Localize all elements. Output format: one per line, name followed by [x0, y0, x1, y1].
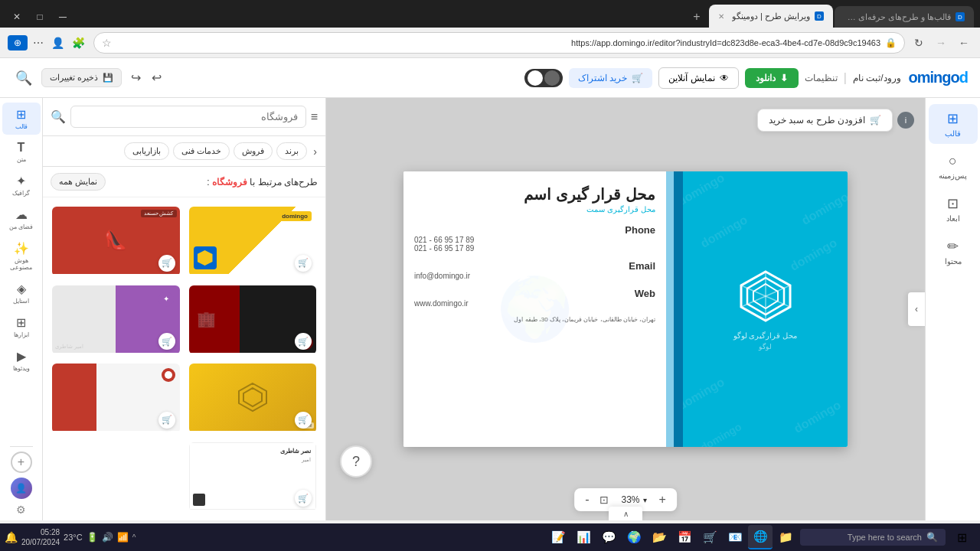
- right-icon-cloud[interactable]: ☁ فضای من: [2, 203, 41, 235]
- tool-content[interactable]: ✏ محتوا: [929, 232, 978, 272]
- template-5-cart[interactable]: 🛒: [295, 412, 312, 429]
- cat-tab-sales[interactable]: فروش: [234, 142, 273, 160]
- taskbar-app-files[interactable]: 📁: [773, 525, 798, 549]
- scroll-arrow-right[interactable]: ›: [908, 292, 925, 326]
- template-2-cart[interactable]: 🛒: [158, 255, 175, 272]
- add-to-cart-button[interactable]: 🛒 افزودن طرح به سبد خرید: [757, 109, 893, 132]
- add-to-cart-bar: i 🛒 افزودن طرح به سبد خرید: [757, 109, 914, 132]
- card-email-field: Email info@domingo.ir: [414, 260, 655, 280]
- undo-button[interactable]: ↩: [147, 67, 166, 88]
- taskbar-app-explorer[interactable]: 📂: [647, 525, 671, 549]
- background-tool-icon: ○: [949, 153, 957, 169]
- add-element-button[interactable]: +: [11, 452, 32, 473]
- settings-button[interactable]: تنظیمات: [805, 73, 838, 83]
- battery-icon[interactable]: 🔋: [87, 532, 98, 543]
- online-preview-button[interactable]: 👁 نمایش آنلاین: [658, 67, 738, 89]
- taskbar-app-calendar[interactable]: 📅: [672, 525, 697, 549]
- taskbar-app-mail[interactable]: 📧: [723, 525, 747, 549]
- template-4-cart[interactable]: 🛒: [158, 333, 175, 350]
- template-card-2[interactable]: 👠 کشش حسنعد 🛒: [51, 205, 181, 278]
- tab[interactable]: D قالب‌ها و طرح‌های حرفه‌ای و رایگان: [835, 6, 974, 28]
- new-tab-button[interactable]: +: [686, 6, 707, 28]
- taskbar-app-store[interactable]: 🛒: [697, 525, 722, 549]
- back-button[interactable]: ←: [956, 34, 972, 52]
- template-card-3[interactable]: 🏢 🛒: [188, 284, 318, 357]
- wifi-icon[interactable]: 📶: [117, 532, 129, 543]
- weather-display[interactable]: 23°C: [64, 533, 83, 542]
- right-icon-ai[interactable]: ✨ هوش مصنوعی: [2, 236, 41, 276]
- taskbar-app-teams[interactable]: 💬: [596, 525, 621, 549]
- save-button[interactable]: 💾 ذخیره تغییرات: [41, 68, 122, 87]
- template-card-6[interactable]: 🛒: [51, 362, 181, 435]
- panel-search-button[interactable]: 🔍: [51, 109, 66, 124]
- template-card-4[interactable]: ✦ امیر شاطری 🛒: [51, 284, 181, 357]
- business-card[interactable]: domingo domingo domingo domingo domingo …: [403, 171, 848, 447]
- ri-text-label: متن: [17, 156, 26, 163]
- cat-tab-brand[interactable]: برند: [276, 142, 307, 160]
- tool-background[interactable]: ○ پس‌زمینه: [929, 147, 978, 186]
- search-nav-button[interactable]: 🔍: [12, 67, 35, 90]
- taskbar-app-edge[interactable]: 🌐: [748, 525, 773, 549]
- template-7-cart[interactable]: 🛒: [295, 490, 312, 507]
- right-icon-graphic[interactable]: ✦ گرافیک: [2, 169, 41, 201]
- redo-button[interactable]: ↪: [126, 67, 145, 88]
- window-close[interactable]: ✕: [6, 6, 28, 28]
- start-button[interactable]: ⊞: [948, 527, 975, 548]
- taskbar-app-excel[interactable]: 📊: [571, 525, 596, 549]
- taskbar-app-maps[interactable]: 🌍: [622, 525, 646, 549]
- right-icon-widgets[interactable]: ⊞ ابزارها: [2, 311, 41, 343]
- template-6-cart[interactable]: 🛒: [158, 412, 175, 429]
- toggle-switch[interactable]: [524, 69, 563, 87]
- panel-search-input[interactable]: [70, 106, 306, 128]
- template-card-1[interactable]: domingo 🛒: [188, 205, 318, 278]
- zoom-out-button[interactable]: -: [582, 491, 592, 508]
- template-card-7[interactable]: نصر شاطری امیر 🛒: [188, 441, 318, 514]
- speaker-icon[interactable]: 🔊: [102, 532, 113, 543]
- tool-dimensions[interactable]: ⊡ ابعاد: [929, 189, 978, 229]
- template-3-cart[interactable]: 🛒: [295, 333, 312, 350]
- right-icon-style[interactable]: ◈ استایل: [2, 277, 41, 309]
- forward-button[interactable]: →: [933, 34, 949, 52]
- scroll-arrow-top[interactable]: ∧: [609, 507, 642, 520]
- taskbar-clock[interactable]: 05:28 20/07/2024: [21, 527, 60, 547]
- taskbar-app-word[interactable]: 📝: [546, 525, 570, 549]
- more-button[interactable]: ⋯: [31, 34, 46, 51]
- cat-nav-back[interactable]: ‹: [311, 143, 319, 160]
- right-icon-template[interactable]: ⊞ قالب: [2, 103, 41, 135]
- avatar-icon[interactable]: 👤: [11, 478, 32, 499]
- star-icon[interactable]: ☆: [102, 37, 112, 49]
- download-button[interactable]: ⬇ دانلود: [745, 68, 799, 88]
- tab-active[interactable]: D ویرایش طرح | دومینگو ✕: [709, 5, 833, 28]
- show-all-button[interactable]: نمایش همه: [51, 173, 106, 191]
- tool-template[interactable]: ⊞ قالب: [929, 104, 978, 144]
- template-card-5[interactable]: QR 🛒: [188, 362, 318, 435]
- subscribe-button[interactable]: 🛒 خرید اشتراک: [569, 68, 652, 88]
- profile-button[interactable]: 👤: [49, 34, 67, 51]
- tab-close-icon[interactable]: ✕: [718, 12, 724, 21]
- right-icon-text[interactable]: T متن: [2, 136, 41, 168]
- template-1-cart[interactable]: 🛒: [295, 255, 312, 272]
- window-maximize[interactable]: □: [29, 6, 51, 28]
- zoom-in-button[interactable]: +: [656, 491, 669, 508]
- window-minimize[interactable]: ─: [52, 6, 74, 28]
- address-box[interactable]: 🔒 https://app.domingo.ir/editor?industry…: [93, 32, 905, 54]
- settings-gear-button[interactable]: ⚙: [16, 504, 26, 516]
- taskbar-search[interactable]: 🔍 Type here to search: [800, 529, 946, 546]
- tray-chevron[interactable]: ^: [132, 533, 136, 542]
- zoom-fit-button[interactable]: ⊡: [596, 492, 612, 507]
- cat-tab-marketing[interactable]: بازاریابی: [124, 142, 169, 160]
- right-icon-videos[interactable]: ▶ ویدئوها: [2, 344, 41, 377]
- zoom-level-display[interactable]: ▾ 33%: [616, 493, 651, 507]
- copilot-button[interactable]: ⊕: [8, 35, 28, 51]
- extensions-button[interactable]: 🧩: [70, 34, 87, 51]
- filter-button[interactable]: ≡: [311, 110, 318, 124]
- eye-icon: 👁: [720, 73, 729, 83]
- card-content: 🌍 محل قرار گیری اسم محل قرارگیری سمت Pho…: [403, 171, 666, 447]
- login-button[interactable]: ورود/ثبت نام: [853, 73, 901, 83]
- notification-button[interactable]: 🔔: [5, 531, 18, 543]
- refresh-button[interactable]: ↻: [911, 34, 926, 52]
- cat-tab-tech[interactable]: خدمات فنی: [173, 142, 230, 160]
- info-icon[interactable]: i: [897, 112, 914, 129]
- watermark-3: domingo: [698, 213, 750, 250]
- help-button[interactable]: ?: [340, 445, 372, 478]
